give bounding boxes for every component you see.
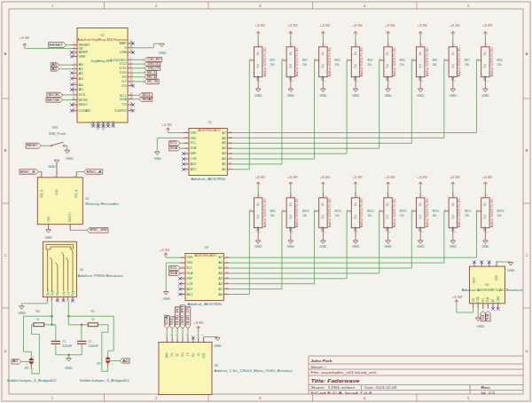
- svg-text:Vin: Vin: [197, 352, 200, 356]
- svg-text:Adafruit_ADS7830: Adafruit_ADS7830: [187, 303, 222, 306]
- svg-text:Adafruit SC6021 Pot 10k: Adafruit SC6021 Pot 10k: [361, 197, 364, 227]
- svg-text:Title: Faderwave: Title: Faderwave: [311, 377, 361, 383]
- svg-text:SDA: SDA: [487, 297, 490, 303]
- svg-text:2: 2: [155, 4, 157, 8]
- svg-text:Rotary Encoder: Rotary Encoder: [85, 202, 120, 206]
- svg-text:Adafruit SC6021 Pot 10k: Adafruit SC6021 Pot 10k: [490, 46, 494, 76]
- svg-text:SWITCH: SWITCH: [68, 212, 72, 222]
- svg-text:GND: GND: [287, 94, 295, 98]
- svg-text:D9: D9: [121, 75, 126, 79]
- svg-text:10k: 10k: [497, 214, 502, 217]
- svg-text:SCK: SCK: [79, 93, 87, 97]
- svg-text:Data: Data: [165, 352, 168, 358]
- svg-text:RV1: RV1: [270, 59, 275, 62]
- svg-text:MOSI: MOSI: [47, 99, 60, 102]
- svg-text:100nF: 100nF: [62, 344, 72, 348]
- svg-text:Adafruit SC6021 Pot 10k: Adafruit SC6021 Pot 10k: [361, 46, 364, 76]
- svg-text:Out: Out: [419, 64, 422, 67]
- svg-text:OLED_CS: OLED_CS: [147, 67, 159, 70]
- svg-text:SW_Push: SW_Push: [49, 132, 66, 136]
- svg-text:5: 5: [467, 4, 469, 8]
- svg-text:A5: A5: [222, 141, 226, 145]
- svg-text:GND: GND: [214, 344, 222, 348]
- svg-text:GND: GND: [154, 157, 162, 161]
- svg-text:RV6: RV6: [432, 59, 437, 62]
- svg-text:VIn: VIn: [451, 202, 455, 206]
- svg-text:SCL: SCL: [187, 266, 193, 270]
- svg-text:C1: C1: [89, 340, 92, 344]
- svg-text:VREF: VREF: [473, 277, 476, 284]
- svg-text:RSw: RSw: [56, 291, 59, 296]
- svg-text:RV5: RV5: [400, 59, 405, 62]
- svg-text:A5: A5: [218, 266, 223, 270]
- svg-text:Adafruit SC6021 Pot 10k: Adafruit SC6021 Pot 10k: [458, 197, 461, 227]
- svg-text:+3.3V: +3.3V: [254, 176, 266, 179]
- svg-text:+3.3V: +3.3V: [320, 176, 332, 179]
- svg-text:A0: A0: [218, 293, 223, 296]
- svg-text:GND: GND: [495, 275, 498, 281]
- svg-text:LDAC: LDAC: [497, 296, 500, 302]
- svg-text:Left: Left: [66, 292, 70, 296]
- svg-text:+3.3V: +3.3V: [417, 176, 428, 179]
- svg-text:GND: GND: [507, 269, 515, 273]
- svg-text:+3.3V: +3.3V: [385, 24, 396, 28]
- svg-text:A2: A2: [218, 282, 223, 286]
- svg-text:GND: GND: [352, 245, 360, 249]
- svg-text:22: 22: [130, 92, 133, 96]
- svg-text:U3: U3: [205, 246, 208, 249]
- svg-text:1: 1: [51, 4, 53, 8]
- svg-text:GND: GND: [417, 94, 425, 98]
- svg-text:+3.3V: +3.3V: [320, 24, 332, 28]
- svg-text:VIN: VIN: [187, 256, 193, 259]
- svg-text:A1: A1: [218, 288, 223, 291]
- svg-text:ENC_B: ENC_B: [147, 71, 155, 75]
- svg-text:A3: A3: [218, 277, 223, 281]
- svg-text:+3.3V: +3.3V: [482, 24, 494, 28]
- svg-text:VIn: VIn: [387, 202, 390, 206]
- svg-text:LSw: LSw: [62, 291, 66, 296]
- svg-text:Adafruit SC6021 Pot 10k: Adafruit SC6021 Pot 10k: [263, 197, 267, 227]
- svg-text:+3.3V: +3.3V: [287, 24, 299, 28]
- svg-text:VIn: VIn: [419, 51, 422, 55]
- svg-text:COM: COM: [191, 157, 197, 161]
- svg-text:27: 27: [130, 69, 133, 73]
- svg-text:B: B: [526, 149, 528, 153]
- svg-text:Out: Out: [483, 64, 487, 67]
- svg-text:GND: GND: [319, 94, 327, 98]
- svg-text:SCL: SCL: [481, 297, 485, 303]
- svg-text:10k: 10k: [270, 63, 274, 67]
- svg-text:10k: 10k: [400, 214, 404, 217]
- svg-text:RV10: RV10: [302, 209, 309, 213]
- svg-text:A4: A4: [218, 272, 223, 275]
- svg-text:RESET: RESET: [27, 144, 38, 147]
- svg-text:10k: 10k: [465, 214, 469, 217]
- svg-text:Adafruit SC6021 Pot 10k: Adafruit SC6021 Pot 10k: [426, 197, 429, 227]
- svg-text:+3.3V: +3.3V: [482, 176, 494, 179]
- svg-text:ENC_A: ENC_A: [147, 75, 155, 79]
- svg-text:A0: A0: [222, 168, 226, 171]
- svg-text:ENC_B: ENC_B: [20, 170, 35, 174]
- svg-text:A3: A3: [79, 77, 83, 81]
- svg-text:ENC_A: ENC_A: [87, 170, 102, 174]
- svg-text:10k: 10k: [302, 63, 307, 67]
- svg-text:SCL: SCL: [191, 141, 197, 145]
- svg-text:ENC_A: ENC_A: [74, 189, 78, 197]
- svg-text:3Vo: 3Vo: [192, 352, 195, 357]
- svg-text:10k: 10k: [400, 63, 404, 67]
- svg-text:10k: 10k: [270, 214, 274, 217]
- svg-text:COM: COM: [187, 282, 193, 286]
- svg-text:A2: A2: [79, 72, 83, 75]
- svg-text:32: 32: [130, 44, 133, 48]
- svg-text:A1: A1: [12, 360, 19, 363]
- svg-text:CS: CS: [186, 352, 190, 356]
- svg-text:Right: Right: [51, 290, 54, 296]
- svg-text:RV14: RV14: [432, 209, 439, 213]
- svg-text:+3.3V: +3.3V: [450, 176, 461, 179]
- svg-text:GND: GND: [55, 190, 59, 195]
- svg-text:Out: Out: [451, 215, 455, 218]
- svg-text:C: C: [526, 254, 528, 257]
- svg-text:U8: U8: [215, 364, 218, 367]
- svg-text:RV16: RV16: [497, 209, 505, 213]
- svg-text:RV7: RV7: [465, 59, 470, 62]
- svg-text:KiCad E.D.A. kicad 7.0.8: KiCad E.D.A. kicad 7.0.8: [311, 391, 372, 395]
